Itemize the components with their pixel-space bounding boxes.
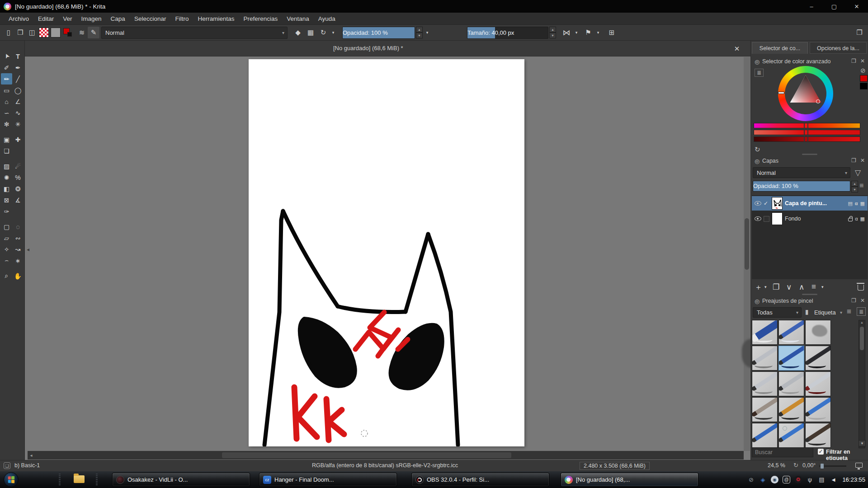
menu-ayuda[interactable]: Ayuda [314,14,340,24]
usb-icon[interactable]: ψ [806,476,814,483]
duplicate-layer-button[interactable]: ❐ [773,282,779,292]
brush-pencil-blue-3[interactable] [778,423,804,448]
tool-assistants[interactable]: ∡ [12,194,24,206]
grid-expand-icon[interactable]: ▼ [859,440,866,446]
layer-lock-icon[interactable] [848,218,853,221]
left-arrow-icon[interactable]: ◂ [27,246,29,253]
opacity-slider[interactable]: Opacidad: 100 % [342,27,415,39]
pattern-swatch[interactable] [39,28,49,38]
layer-row-background[interactable]: Fondo α ▦ [752,211,868,226]
brush-pen-red-tip[interactable] [805,371,831,396]
brush-fineliner-black[interactable] [805,346,831,371]
brush-dark-tip[interactable] [752,397,778,422]
saturation-strip[interactable] [754,130,860,135]
tool-colorize-mask[interactable]: ⊠ [1,194,12,206]
tool-multibrush[interactable]: ✳ [12,118,24,130]
brush-ink-pen-selected[interactable] [778,346,804,371]
docker-lock-icon[interactable]: ◎ [755,58,760,65]
tool-select-magnetic[interactable]: ⌢ [1,255,12,266]
new-document-icon[interactable]: ▯ [3,27,14,38]
menu-filtro[interactable]: Filtro [171,14,193,24]
tool-enclose-fill[interactable]: ❂ [12,183,24,194]
start-button[interactable] [4,472,19,487]
scroll-up-icon[interactable]: ▲ [859,321,864,325]
taskbar-clock[interactable]: 16:23:55 [842,471,865,488]
chevron-down-icon[interactable]: ▾ [595,27,601,38]
presets-menu-icon[interactable]: ≡ [847,307,851,316]
docker-divider[interactable] [802,154,817,155]
tool-transform[interactable]: ▣ [1,134,12,145]
spin-down-icon[interactable]: ▼ [416,33,423,38]
tool-pattern-edit[interactable]: ✺ [1,172,12,183]
rotation-icon[interactable]: ↻ [793,462,798,469]
menu-preferencias[interactable]: Preferencias [239,14,282,24]
tool-measure[interactable]: % [12,172,24,183]
move-layer-up-button[interactable]: ∧ [799,282,804,292]
security-shield-icon[interactable]: ◈ [759,476,767,483]
tool-crop[interactable]: ❏ [1,145,12,156]
horizontal-scrollbar-thumb[interactable] [222,452,511,458]
docker-divider[interactable] [802,294,817,295]
save-icon[interactable]: ◫ [26,27,38,38]
alpha-checker-icon[interactable]: ▦ [860,201,865,206]
device-icon[interactable]: ▤ [818,476,826,483]
preset-search-input[interactable] [752,447,813,457]
brush-pen-silver[interactable] [752,371,778,396]
tool-select-freehand[interactable]: ∾ [12,232,24,244]
blend-mode-dropdown[interactable]: Normal ▾ [101,27,288,39]
menu-seleccionar[interactable]: Seleccionar [130,14,170,24]
tool-select-bezier[interactable]: ↝ [12,244,24,255]
tool-fill[interactable]: ◧ [1,183,12,194]
tool-line[interactable]: ╱ [12,73,24,84]
presets-scrollbar[interactable]: ▲ [859,320,865,448]
zoom-slider-handle[interactable] [820,463,824,469]
color-wheel[interactable] [778,66,833,121]
float-docker-icon[interactable]: ❐ [851,157,856,164]
obs-tray-icon[interactable]: ❂ [794,476,802,483]
tool-select-elliptical[interactable]: ◌ [12,221,24,232]
background-color-swatch[interactable] [860,83,868,89]
presets-scrollbar-thumb[interactable] [860,327,864,350]
tool-select-polygonal[interactable]: ▱ [1,232,12,244]
tool-freehand-brush[interactable]: ✏ [1,73,12,84]
tool-calligraphy[interactable]: ✒ [12,62,24,73]
brush-preset-icon[interactable]: ❑ [4,462,10,469]
chevron-down-icon[interactable]: ▾ [821,285,824,289]
hue-strip[interactable] [754,123,860,128]
layer-blend-mode-dropdown[interactable]: Normal ▾ [753,167,850,178]
brush-pencil-dark[interactable] [805,423,831,448]
mirror-icon[interactable]: ⋈ [561,27,572,38]
tab-color-selector[interactable]: Selector de co... [752,42,808,54]
add-layer-button[interactable]: ＋ [755,282,762,292]
brush-pencil-metal[interactable] [778,371,804,396]
open-document-icon[interactable]: ❒ [14,27,26,38]
brush-eraser-soft[interactable] [778,320,804,345]
menu-editar[interactable]: Editar [34,14,58,24]
swirl-app-icon[interactable]: @ [783,476,790,483]
no-color-icon[interactable]: ⊘ [860,67,866,74]
volume-icon[interactable]: ◀ [830,476,837,483]
delete-layer-button[interactable] [858,285,864,291]
foreground-color-swatch[interactable] [860,75,868,82]
steam-icon[interactable]: ◉ [771,476,778,483]
brush-pen-metal[interactable] [752,346,778,371]
chevron-down-icon[interactable]: ▾ [424,27,430,38]
inherit-alpha-icon[interactable]: ▤ [848,201,852,206]
float-docker-icon[interactable]: ❐ [851,58,856,64]
size-slider[interactable]: Tamaño: 40,00 px [467,27,548,39]
value-strip[interactable] [754,136,860,142]
vertical-scrollbar[interactable] [744,57,750,451]
left-arrow-icon[interactable]: ◂ [28,453,35,458]
gradients-icon[interactable]: ≋ [76,27,88,38]
opacity-spinner[interactable]: ▲ ▼ [416,27,423,38]
move-layer-down-button[interactable]: ∨ [786,282,792,292]
reload-preset-icon[interactable]: ↻ [317,27,329,38]
tool-ellipse[interactable]: ◯ [12,84,24,96]
flag-icon[interactable]: ⚑ [582,27,594,38]
filter-tag-checkbox[interactable]: ✓ [818,449,824,455]
alpha-lock-icon[interactable]: α [855,216,858,221]
tool-zoom[interactable]: ⌕ [1,270,12,282]
layer-options-menu-icon[interactable]: ≡ [859,182,863,190]
subwindow-close-icon[interactable]: ✕ [732,44,742,54]
layer-check-box[interactable] [764,216,769,222]
